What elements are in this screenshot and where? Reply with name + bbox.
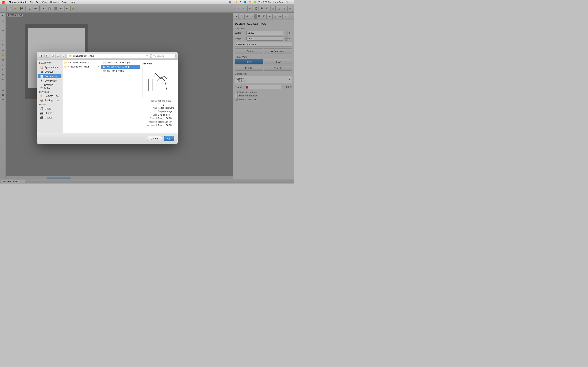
sidebar-item-movies[interactable]: 🎬 Movies (38, 115, 61, 120)
kind-key: Kind (143, 106, 157, 113)
folder-icon-2: 📁 (64, 65, 67, 68)
preview-label: Preview: (143, 62, 153, 65)
size-value: 8 KB on disk (158, 113, 169, 117)
dialog-view-list[interactable]: ☰ (56, 54, 61, 58)
file-item-ai-label: cat_ear_circuit.ai (107, 69, 124, 72)
media-section-label: MEDIA (37, 103, 62, 106)
photos-icon: 📷 (40, 111, 43, 115)
file-item-silhouette-label: silhouette_cut_circuit (68, 66, 89, 68)
cancel-button[interactable]: Cancel (147, 136, 162, 141)
info-row-modified: Modified Today, 1:58 PM (143, 120, 175, 124)
name-value: cat_ear_circuit-01.png (158, 99, 175, 106)
preview-info: Name cat_ear_circuit-01.png Kind Portabl… (143, 99, 175, 127)
info-row-name: Name cat_ear_circuit-01.png (143, 99, 175, 106)
menu-bar: 🍎 Silhouette Studio File Edit View Silho… (0, 0, 294, 4)
ok-button[interactable]: OK (164, 136, 174, 141)
notification-icon[interactable]: 🔔 (234, 1, 237, 3)
menu-object[interactable]: Object (62, 1, 68, 3)
sidebar-item-remote-disc[interactable]: 💿 Remote Disc (38, 94, 61, 98)
info-row-size: Size 8 KB on disk (143, 113, 175, 117)
info-row-kind: Kind Portable Network Graphics image (143, 106, 175, 113)
menu-file[interactable]: File (30, 1, 33, 3)
info-row-last-opened: Last opened Today, 1:58 PM (143, 124, 175, 127)
sidebar-item-documents-label: Documents (44, 75, 57, 78)
preview-pane: Preview: (140, 60, 178, 133)
dialog-search[interactable]: 🔍 Search (151, 54, 176, 58)
battery-icon[interactable]: 🔋 (254, 1, 256, 3)
name-key: Name (143, 99, 157, 106)
devices-section-label: DEVICES (37, 90, 62, 94)
sidebar-item-music-label: Music (44, 107, 51, 110)
file-item-ai[interactable]: 🎨 cat_ear_circuit.ai (101, 69, 140, 73)
creative-cloud-icon: ☁ (40, 85, 43, 88)
sidebar-item-photos[interactable]: 📷 Photos (38, 111, 61, 115)
info-row-created: Created Today, 1:58 PM (143, 117, 175, 120)
documents-icon: 📄 (40, 75, 43, 78)
dialog-back-btn[interactable]: ◀ (39, 54, 43, 58)
app-name[interactable]: Silhouette Studio (9, 1, 27, 3)
file-column-2: 📄 20141106...252808.pdf 🖼 cat_ear_circui… (101, 60, 140, 133)
sidebar-item-documents[interactable]: 📄 Documents (38, 74, 61, 78)
time-machine-icon[interactable]: ⏱ (240, 1, 242, 3)
dialog-view-columns[interactable]: ⊟ (61, 54, 66, 58)
spotlight-icon[interactable]: 🔍 (286, 1, 289, 3)
sidebar-item-fritzing[interactable]: 📦 Fritzing ⏏ (38, 98, 61, 103)
menu-silhouette[interactable]: Silhouette (49, 1, 60, 3)
menu-view[interactable]: View (42, 1, 47, 3)
dialog-forward-btn[interactable]: ▶ (44, 54, 49, 58)
movies-icon: 🎬 (40, 116, 43, 119)
search-icon: 🔍 (153, 54, 156, 57)
file-item-png-label: cat_ear_circuit-01.png (107, 66, 129, 68)
sidebar-item-creative-cloud[interactable]: ☁ Creative Clou... (38, 83, 61, 90)
fritzing-eject-icon[interactable]: ⏏ (57, 99, 59, 102)
sidebar-item-desktop[interactable]: 🖥 Desktop (38, 69, 61, 74)
file-item-cat-pillow[interactable]: 📁 cat_pillow_materials (62, 60, 101, 65)
dialog-footer: Cancel OK (37, 133, 178, 144)
search-placeholder: Search (156, 55, 164, 57)
file-dialog: ◀ ▶ ⊞ ☰ ⊟ 📁 silhouette_cut_circuit ▼ 🔍 S… (37, 52, 178, 144)
dialog-folder-icon: 📁 (69, 54, 72, 57)
menu-bar-right: A| 1 🔔 ⏱ 🔵 📶 🔋 Thu 1:58 PM Lara Grant 🔍 … (229, 1, 292, 3)
downloads-icon: ⬇ (40, 79, 43, 82)
file-item-silhouette[interactable]: 📁 silhouette_cut_circuit ▶ (62, 65, 101, 69)
last-opened-key: Last opened (143, 124, 157, 127)
dialog-path-bar: 📁 silhouette_cut_circuit ▼ (67, 54, 150, 58)
sidebar-item-creative-cloud-label: Creative Clou... (44, 83, 59, 89)
sidebar-item-downloads[interactable]: ⬇ Downloads (38, 78, 61, 83)
file-item-pdf-label: 20141106...252808.pdf (107, 61, 130, 64)
dialog-folder-arrow: ▼ (146, 55, 148, 57)
created-value: Today, 1:58 PM (158, 117, 172, 120)
sidebar-item-desktop-label: Desktop (44, 70, 53, 73)
user-name: Lara Grant (273, 1, 284, 3)
fritzing-icon: 📦 (40, 99, 43, 102)
dialog-view-btns: ⊞ ☰ ⊟ (50, 54, 66, 58)
music-icon: 🎵 (40, 107, 43, 110)
sidebar-item-fritzing-label: Fritzing (44, 99, 52, 102)
notification-center-icon[interactable]: ≡ (291, 1, 292, 3)
menu-help[interactable]: Help (71, 1, 76, 3)
last-opened-value: Today, 1:58 PM (158, 124, 172, 127)
menu-edit[interactable]: Edit (36, 1, 40, 3)
sidebar-item-applications[interactable]: 📋 Applications (38, 65, 61, 69)
file-item-pdf[interactable]: 📄 20141106...252808.pdf (101, 60, 140, 65)
signal-indicator: A| 1 (229, 1, 233, 3)
wifi-icon[interactable]: 📶 (249, 1, 251, 3)
applications-icon: 📋 (40, 66, 43, 69)
size-key: Size (143, 113, 157, 117)
preview-image (143, 67, 175, 97)
favorites-section-label: FAVORITES (37, 61, 62, 65)
png-icon: 🖼 (103, 65, 105, 68)
sidebar-item-music[interactable]: 🎵 Music (38, 106, 61, 111)
dialog-view-grid[interactable]: ⊞ (50, 54, 55, 58)
dialog-sidebar: FAVORITES 📋 Applications 🖥 Desktop 📄 Doc… (37, 60, 62, 133)
file-item-png[interactable]: 🖼 cat_ear_circuit-01.png (101, 65, 140, 69)
created-key: Created (143, 117, 157, 120)
dialog-toolbar: ◀ ▶ ⊞ ☰ ⊟ 📁 silhouette_cut_circuit ▼ 🔍 S… (37, 52, 178, 60)
file-column-1: 📁 cat_pillow_materials 📁 silhouette_cut_… (62, 60, 101, 133)
clock: Thu 1:58 PM (259, 1, 271, 3)
sidebar-item-movies-label: Movies (44, 116, 52, 119)
pdf-icon: 📄 (103, 61, 106, 64)
sidebar-item-photos-label: Photos (44, 112, 52, 115)
apple-menu[interactable]: 🍎 (2, 1, 5, 4)
bluetooth-icon[interactable]: 🔵 (244, 1, 247, 3)
